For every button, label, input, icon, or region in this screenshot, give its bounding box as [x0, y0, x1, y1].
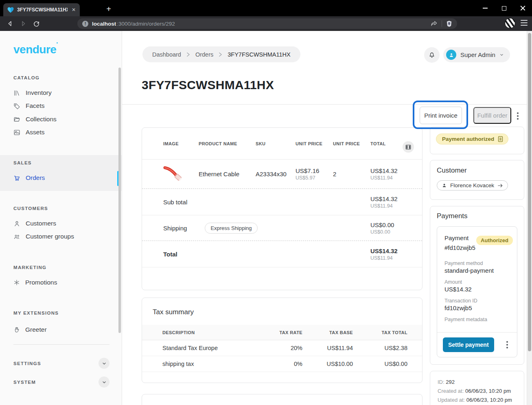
- payment-kebab-icon[interactable]: [506, 341, 511, 348]
- payment-actions: Settle payment: [437, 332, 517, 357]
- payments-card: Payments Payment #fd10zwjb5 Authorized P…: [430, 206, 524, 365]
- reload-button[interactable]: [31, 19, 42, 28]
- browser-titlebar: 3FY7FSCWSHMA11HX • Vendure ✕ +: [0, 0, 532, 16]
- print-invoice-button[interactable]: Print invoice: [420, 107, 462, 124]
- order-table-header: IMAGE PRODUCT NAME SKU UNIT PRICE UNIT P…: [142, 128, 422, 160]
- nav-section-marketing: MARKETING: [13, 265, 46, 270]
- chevron-down-icon[interactable]: [99, 358, 109, 369]
- order-state-badge[interactable]: Payment authorized: [436, 134, 508, 144]
- sidebar-item-facets[interactable]: Facets: [13, 100, 45, 112]
- window-minimize-button[interactable]: [476, 0, 495, 16]
- customer-name: Florence Kovacek: [450, 182, 494, 188]
- sidebar-section-system[interactable]: SYSTEM: [13, 377, 109, 387]
- breadcrumb-dashboard[interactable]: Dashboard: [152, 51, 181, 58]
- transaction-id-value: fd10zwjb5: [444, 304, 510, 311]
- sidebar-section-settings[interactable]: SETTINGS: [13, 358, 109, 369]
- browser-window: 3FY7FSCWSHMA11HX • Vendure ✕ + ! localho…: [0, 0, 532, 405]
- person-icon: [13, 220, 20, 227]
- subtotal-row: Sub total US$14.32 US$11.94: [142, 189, 422, 215]
- shipping-method-badge[interactable]: Express Shipping: [205, 223, 257, 234]
- sidebar: vendure• CATALOG Inventory Facets Collec…: [0, 31, 122, 405]
- tax-table-header: DESCRIPTION TAX RATE TAX BASE TAX TOTAL: [142, 325, 422, 340]
- hand-icon: [13, 326, 20, 333]
- entity-id-row: ID: 292: [438, 378, 517, 387]
- forward-button[interactable]: [18, 19, 28, 28]
- forward-arrow-icon: [20, 20, 26, 27]
- browser-tab[interactable]: 3FY7FSCWSHMA11HX • Vendure ✕: [3, 3, 80, 16]
- vendure-favicon-heart-icon: [7, 7, 14, 13]
- sidebar-item-assets[interactable]: Assets: [13, 127, 45, 138]
- url-bar[interactable]: ! localhost :3000/admin/orders/292: [77, 18, 457, 29]
- user-name: Super Admin: [460, 51, 495, 58]
- breadcrumb-orders[interactable]: Orders: [195, 51, 213, 58]
- site-info-icon[interactable]: !: [82, 21, 88, 27]
- customer-card-title: Customer: [437, 166, 517, 175]
- share-icon[interactable]: [431, 21, 438, 27]
- scrollbar-thumb[interactable]: [528, 33, 531, 351]
- browser-menu-icon[interactable]: [521, 20, 528, 26]
- column-settings-button[interactable]: [403, 141, 414, 153]
- new-tab-button[interactable]: +: [104, 4, 113, 14]
- amount-label: Amount: [444, 279, 510, 285]
- payments-card-title: Payments: [437, 212, 517, 220]
- sidebar-item-customers[interactable]: Customers: [13, 218, 56, 229]
- total-row: Total US$14.32 US$11.94: [142, 241, 422, 267]
- divider: [442, 20, 442, 27]
- sidebar-scrollbar[interactable]: [118, 68, 121, 333]
- fulfill-order-button[interactable]: Fulfill order: [473, 107, 511, 124]
- order-line-row[interactable]: Ethernet Cable A23334x30 US$7.16 US$5.97…: [142, 160, 422, 189]
- chevron-down-icon: [499, 53, 504, 57]
- customer-card: Customer Florence Kovacek: [430, 160, 524, 200]
- customer-link[interactable]: Florence Kovacek: [437, 180, 508, 190]
- window-close-button[interactable]: [513, 0, 532, 16]
- settle-payment-button[interactable]: Settle payment: [443, 337, 494, 352]
- chevron-down-icon[interactable]: [99, 377, 109, 387]
- url-host: localhost: [92, 21, 116, 27]
- entity-updated-row: Updated at: 06/06/23, 10:20 pm: [438, 396, 517, 405]
- window-maximize-button[interactable]: [495, 0, 513, 16]
- table-row: shipping tax 0% US$10.00 US$0.00: [142, 356, 422, 372]
- nav-section-customers: CUSTOMERS: [13, 206, 48, 211]
- tax-summary-card: Tax summary DESCRIPTION TAX RATE TAX BAS…: [142, 298, 423, 383]
- invoice-icon: [498, 136, 503, 142]
- product-sku: A23334x30: [256, 171, 296, 177]
- tab-title: 3FY7FSCWSHMA11HX • Vendure: [17, 7, 68, 13]
- brave-shield-icon[interactable]: [446, 20, 452, 27]
- browser-profile-avatar[interactable]: [505, 18, 515, 28]
- columns-icon: [405, 144, 411, 150]
- sidebar-item-orders[interactable]: Orders: [13, 172, 45, 184]
- sidebar-item-inventory[interactable]: Inventory: [13, 87, 52, 99]
- unit-price: US$7.16 US$5.97: [296, 167, 333, 181]
- product-name: Ethernet Cable: [199, 171, 256, 177]
- tab-close-icon[interactable]: ✕: [71, 7, 77, 13]
- cart-icon: [13, 175, 20, 182]
- person-icon: [449, 52, 454, 58]
- notifications-button[interactable]: [424, 47, 440, 63]
- quantity: 2: [333, 171, 370, 177]
- back-button[interactable]: [5, 19, 15, 28]
- people-icon: [13, 233, 20, 240]
- entity-created-row: Created at: 06/06/23, 10:20 pm: [438, 387, 517, 396]
- user-menu[interactable]: Super Admin: [443, 47, 510, 62]
- bell-icon: [428, 51, 436, 59]
- next-section-card: [142, 394, 423, 405]
- divider: [13, 344, 109, 345]
- sidebar-item-collections[interactable]: Collections: [13, 114, 57, 125]
- product-image: [163, 165, 199, 184]
- order-state-card: Payment authorized: [430, 127, 524, 154]
- reload-icon: [33, 20, 40, 27]
- main-content: Dashboard Orders 3FY7FSCWSHMA11HX Super …: [122, 31, 532, 405]
- page-scrollbar[interactable]: [527, 31, 532, 405]
- url-path: :3000/admin/orders/292: [117, 21, 175, 27]
- sidebar-item-greeter[interactable]: Greeter: [13, 324, 47, 335]
- arrow-right-icon: [497, 183, 503, 188]
- payment-detail-card: Payment #fd10zwjb5 Authorized Payment me…: [437, 226, 517, 357]
- order-actions-kebab-icon[interactable]: [515, 111, 520, 121]
- sidebar-item-customer-groups[interactable]: Customer groups: [13, 231, 74, 242]
- sidebar-item-promotions[interactable]: Promotions: [13, 277, 57, 288]
- chevron-right-icon: [186, 52, 190, 57]
- breadcrumb: Dashboard Orders 3FY7FSCWSHMA11HX: [142, 46, 300, 62]
- asterisk-icon: [13, 279, 20, 286]
- image-icon: [13, 129, 20, 136]
- folder-icon: [13, 116, 20, 123]
